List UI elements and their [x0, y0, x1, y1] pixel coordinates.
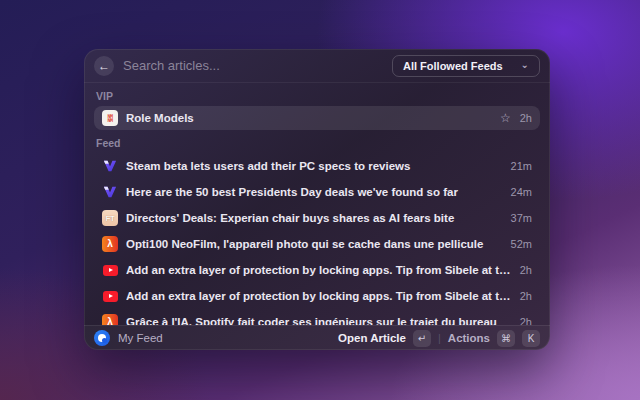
item-title: Directors' Deals: Experian chair buys sh… — [126, 212, 503, 224]
item-time: 24m — [511, 186, 532, 198]
item-title: Add an extra layer of protection by lock… — [126, 264, 512, 276]
search-bar: ← All Followed Feeds ⌄ — [84, 49, 550, 83]
item-time: 2h — [520, 264, 532, 276]
feed-filter-label: All Followed Feeds — [403, 60, 503, 72]
actions-button[interactable]: Actions — [448, 332, 490, 344]
list-item-article[interactable]: FT Directors' Deals: Experian chair buys… — [94, 205, 540, 231]
command-palette-window: ← All Followed Feeds ⌄ VIP NM NM Role Mo… — [84, 49, 550, 350]
role-models-favicon: NM NM — [102, 110, 118, 126]
enter-keycap: ↵ — [413, 330, 431, 347]
lesnumeriques-icon: λ — [102, 314, 118, 325]
list-item-article[interactable]: Here are the 50 best Presidents Day deal… — [94, 179, 540, 205]
list-item-role-models[interactable]: NM NM Role Models ☆ 2h — [94, 106, 540, 130]
lambda-glyph: λ — [107, 317, 113, 326]
item-title: Add an extra layer of protection by lock… — [126, 290, 512, 302]
item-time: 21m — [511, 160, 532, 172]
star-outline-icon[interactable]: ☆ — [500, 112, 511, 124]
list-item-article[interactable]: Add an extra layer of protection by lock… — [94, 283, 540, 309]
arrow-left-icon: ← — [98, 59, 110, 73]
article-list: VIP NM NM Role Models ☆ 2h Feed Steam be… — [84, 83, 550, 325]
open-article-button[interactable]: Open Article — [338, 332, 406, 344]
youtube-icon — [102, 288, 118, 304]
item-time: 2h — [520, 290, 532, 302]
feed-filter-dropdown[interactable]: All Followed Feeds ⌄ — [392, 55, 540, 77]
list-item-article[interactable]: λ Grâce à l'IA, Spotify fait coder ses i… — [94, 309, 540, 325]
cmd-keycap: ⌘ — [497, 330, 515, 347]
item-title: Steam beta lets users add their PC specs… — [126, 160, 503, 172]
lambda-glyph: λ — [107, 239, 113, 249]
role-models-glyph: NM NM — [107, 114, 112, 123]
source-label: My Feed — [118, 332, 163, 344]
item-time: 2h — [520, 316, 532, 325]
list-item-article[interactable]: Steam beta lets users add their PC specs… — [94, 153, 540, 179]
item-title: Role Models — [126, 112, 492, 124]
section-label-vip: VIP — [96, 90, 538, 102]
financial-times-icon: FT — [102, 210, 118, 226]
item-time: 2h — [520, 112, 532, 124]
item-time: 52m — [511, 238, 532, 250]
list-item-article[interactable]: Add an extra layer of protection by lock… — [94, 257, 540, 283]
item-time: 37m — [511, 212, 532, 224]
play-icon — [109, 294, 113, 298]
item-title: Grâce à l'IA, Spotify fait coder ses ing… — [126, 316, 512, 325]
item-title: Here are the 50 best Presidents Day deal… — [126, 186, 503, 198]
play-icon — [109, 268, 113, 272]
lesnumeriques-icon: λ — [102, 236, 118, 252]
section-label-feed: Feed — [96, 137, 538, 149]
chevron-down-icon: ⌄ — [521, 60, 529, 70]
status-bar: My Feed Open Article ↵ | Actions ⌘ K — [84, 325, 550, 350]
footer-divider: | — [438, 332, 441, 344]
back-button[interactable]: ← — [94, 56, 114, 76]
my-feed-icon — [94, 330, 110, 346]
list-item-article[interactable]: λ Opti100 NeoFilm, l'appareil photo qui … — [94, 231, 540, 257]
k-keycap: K — [522, 330, 540, 347]
verge-icon — [102, 184, 118, 200]
ft-glyph: FT — [106, 214, 115, 223]
youtube-icon — [102, 262, 118, 278]
verge-icon — [102, 158, 118, 174]
item-title: Opti100 NeoFilm, l'appareil photo qui se… — [126, 238, 503, 250]
search-input[interactable] — [123, 58, 383, 73]
